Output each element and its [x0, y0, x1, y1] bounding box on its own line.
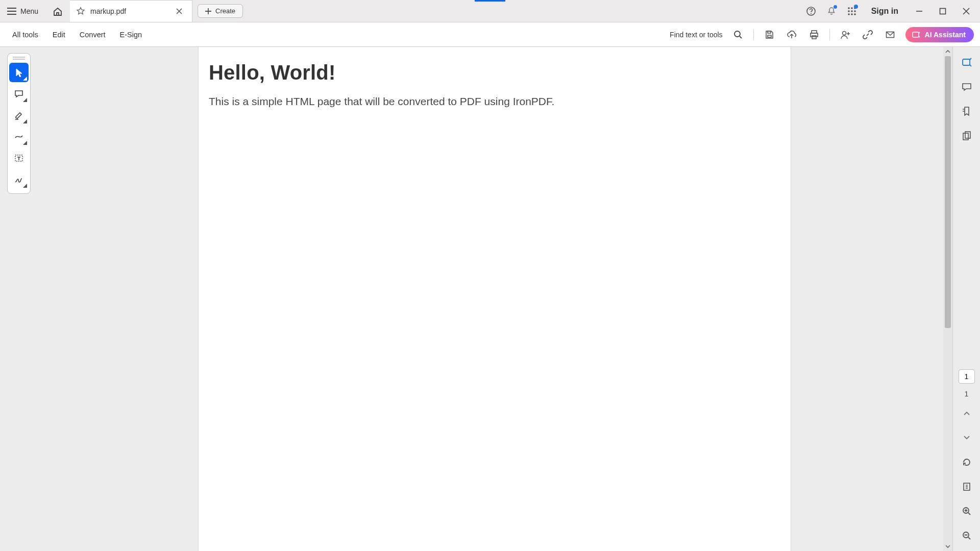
page-number-input[interactable] — [959, 369, 975, 384]
star-icon[interactable] — [76, 7, 85, 16]
plus-icon — [205, 8, 211, 14]
submenu-indicator-icon — [23, 98, 27, 102]
find-button[interactable]: Find text or tools — [670, 31, 726, 39]
doc-heading: Hello, World! — [209, 61, 780, 84]
select-tool-button[interactable] — [9, 63, 29, 82]
notification-dot — [834, 5, 837, 9]
toolbar-item-esign[interactable]: E-Sign — [114, 28, 149, 42]
doc-paragraph: This is a simple HTML page that will be … — [209, 95, 780, 108]
svg-point-5 — [848, 10, 850, 12]
save-button[interactable] — [759, 24, 779, 45]
menu-button[interactable]: Menu — [0, 0, 45, 22]
maximize-icon — [939, 8, 946, 15]
scroll-down-button[interactable] — [943, 542, 952, 551]
scroll-up-button[interactable] — [943, 47, 952, 56]
search-icon — [733, 30, 743, 40]
prev-page-button[interactable] — [958, 404, 976, 422]
svg-rect-17 — [812, 36, 816, 39]
svg-point-3 — [851, 7, 853, 9]
draw-icon — [14, 132, 24, 142]
thumbnails-panel-button[interactable] — [958, 127, 976, 145]
apps-button[interactable] — [842, 0, 862, 22]
signin-label: Sign in — [871, 7, 898, 16]
zoom-in-icon — [962, 506, 972, 516]
sign-tool-button[interactable] — [9, 170, 29, 189]
window-close-button[interactable] — [954, 0, 978, 22]
divider — [753, 29, 754, 40]
apps-dot — [854, 5, 858, 9]
page-wrap: Hello, World! This is a simple HTML page… — [199, 47, 791, 551]
svg-point-7 — [854, 10, 856, 12]
signin-button[interactable]: Sign in — [862, 7, 908, 16]
text-box-tool-button[interactable] — [9, 148, 29, 168]
chevron-up-icon — [963, 410, 970, 416]
svg-point-18 — [842, 31, 846, 35]
search-button[interactable] — [728, 24, 748, 45]
print-button[interactable] — [804, 24, 824, 45]
svg-point-1 — [811, 13, 812, 14]
tool-palette — [7, 53, 31, 194]
scroll-thumb[interactable] — [945, 56, 951, 328]
share-link-button[interactable] — [857, 24, 878, 45]
chevron-up-icon — [945, 49, 950, 54]
comment-tool-button[interactable] — [9, 84, 29, 104]
main-area: Hello, World! This is a simple HTML page… — [0, 47, 980, 551]
page-display-button[interactable] — [958, 478, 976, 496]
tab-title: markup.pdf — [90, 7, 168, 15]
next-page-button[interactable] — [958, 429, 976, 447]
toolbar-item-all-tools[interactable]: All tools — [6, 28, 44, 42]
window-maximize-button[interactable] — [931, 0, 954, 22]
scroll-track[interactable] — [943, 56, 952, 542]
zoom-in-button[interactable] — [958, 502, 976, 520]
palette-grip[interactable] — [13, 57, 25, 60]
cloud-upload-icon — [786, 30, 797, 40]
share-users-button[interactable] — [835, 24, 855, 45]
svg-point-6 — [851, 10, 853, 12]
toolbar-item-edit[interactable]: Edit — [46, 28, 71, 42]
svg-marker-21 — [16, 69, 22, 77]
help-button[interactable] — [801, 0, 821, 22]
highlight-tool-button[interactable] — [9, 106, 29, 125]
ai-assistant-button[interactable]: AI Assistant — [905, 27, 974, 42]
ai-assistant-label: AI Assistant — [925, 31, 966, 39]
svg-point-2 — [848, 7, 850, 9]
document-tab[interactable]: markup.pdf — [70, 0, 192, 22]
save-icon — [764, 30, 774, 40]
bookmarks-panel-button[interactable] — [958, 102, 976, 120]
link-icon — [863, 30, 873, 40]
svg-rect-11 — [940, 8, 946, 14]
vertical-scrollbar[interactable] — [943, 47, 952, 551]
ai-panel-button[interactable] — [958, 53, 976, 71]
comments-panel-button[interactable] — [958, 78, 976, 96]
pages-icon — [961, 130, 972, 141]
minimize-icon — [916, 8, 923, 15]
toolbar-item-convert[interactable]: Convert — [74, 28, 112, 42]
notifications-button[interactable] — [821, 0, 842, 22]
create-button[interactable]: Create — [198, 4, 243, 18]
hamburger-icon — [7, 8, 16, 15]
chevron-down-icon — [963, 435, 970, 441]
chevron-down-icon — [945, 544, 950, 548]
rotate-button[interactable] — [958, 453, 976, 471]
svg-rect-14 — [768, 31, 771, 33]
pdf-page: Hello, World! This is a simple HTML page… — [199, 47, 791, 551]
svg-point-8 — [848, 13, 850, 15]
document-viewer[interactable]: Hello, World! This is a simple HTML page… — [37, 47, 952, 551]
titlebar: Menu markup.pdf Create — [0, 0, 980, 22]
home-button[interactable] — [45, 0, 70, 22]
loading-indicator — [475, 0, 505, 2]
tab-close-button[interactable] — [174, 6, 185, 17]
home-icon — [53, 6, 63, 16]
submenu-indicator-icon — [23, 184, 27, 188]
svg-rect-23 — [963, 59, 970, 65]
submenu-indicator-icon — [23, 119, 27, 123]
draw-tool-button[interactable] — [9, 127, 29, 146]
close-icon — [963, 8, 970, 15]
cursor-icon — [14, 68, 23, 77]
comment-icon — [14, 89, 24, 99]
zoom-out-button[interactable] — [958, 527, 976, 545]
window-minimize-button[interactable] — [908, 0, 931, 22]
email-button[interactable] — [880, 24, 900, 45]
left-tool-rail — [0, 47, 37, 551]
upload-button[interactable] — [781, 24, 802, 45]
